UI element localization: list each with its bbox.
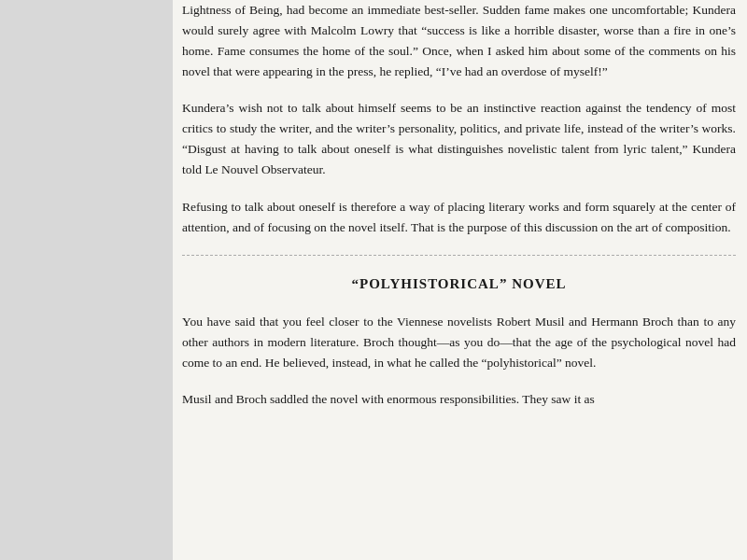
paragraph-2: Kundera’s wish not to talk about himself… [182,98,736,179]
content-area: Lightness of Being, had become an immedi… [173,0,747,560]
paragraph-3: Refusing to talk about oneself is theref… [182,197,736,238]
paragraph-5: Musil and Broch saddled the novel with e… [182,389,736,410]
left-margin [0,0,173,560]
section-heading: “POLYHISTORICAL” NOVEL [182,273,736,295]
section-divider [182,255,736,256]
text-content: Lightness of Being, had become an immedi… [182,0,736,410]
page-container: Lightness of Being, had become an immedi… [0,0,747,560]
paragraph-1: Lightness of Being, had become an immedi… [182,0,736,81]
paragraph-4: You have said that you feel closer to th… [182,312,736,373]
